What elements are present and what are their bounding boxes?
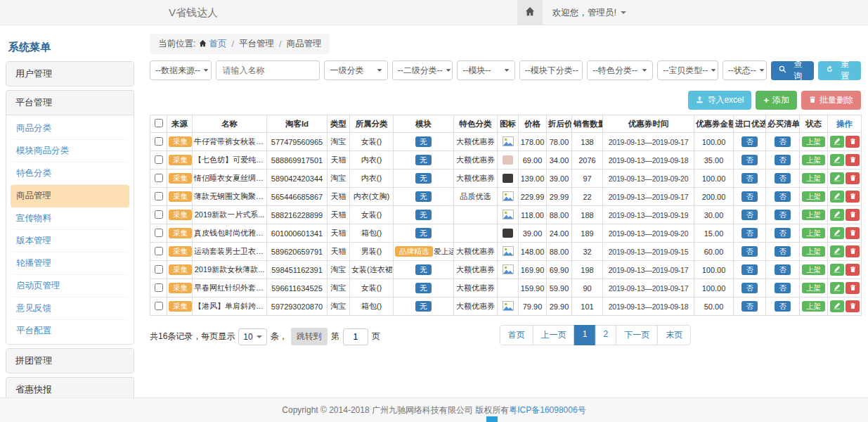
status-badge[interactable]: 上架 — [802, 155, 825, 166]
status-badge[interactable]: 上架 — [802, 210, 825, 221]
delete-button[interactable] — [846, 154, 860, 166]
must-buy-badge[interactable]: 否 — [775, 264, 791, 276]
must-buy-badge[interactable]: 否 — [775, 155, 791, 166]
filter-select-data-source[interactable]: --数据来源-- — [150, 60, 212, 80]
row-checkbox[interactable] — [155, 137, 163, 146]
per-page-select[interactable]: 10 — [238, 328, 266, 345]
sidebar-subitem-platform-management-3[interactable]: 商品管理 — [11, 185, 129, 207]
filter-select-module-subcategory[interactable]: --模块下分类-- — [519, 60, 583, 80]
must-buy-badge[interactable]: 否 — [775, 246, 791, 257]
row-checkbox[interactable] — [155, 283, 163, 292]
sidebar-item-user-management[interactable]: 用户管理 — [6, 62, 134, 86]
sidebar-subitem-platform-management-7[interactable]: 启动页管理 — [11, 275, 129, 298]
name-filter-input[interactable] — [216, 60, 320, 80]
row-checkbox[interactable] — [155, 192, 163, 200]
must-buy-badge[interactable]: 否 — [775, 191, 791, 203]
delete-button[interactable] — [846, 300, 860, 312]
must-buy-badge[interactable]: 否 — [775, 173, 791, 184]
pager-next-page[interactable]: 下一页 — [616, 325, 658, 345]
sidebar-subitem-platform-management-0[interactable]: 商品分类 — [11, 117, 129, 140]
sidebar-item-group-buy-management[interactable]: 拼团管理 — [6, 349, 134, 373]
select-all-checkbox[interactable] — [155, 119, 163, 127]
back-to-top-button[interactable] — [486, 416, 498, 422]
delete-button[interactable] — [846, 136, 860, 148]
pager-page-1[interactable]: 1 — [574, 325, 596, 345]
status-badge[interactable]: 上架 — [802, 173, 825, 184]
import-choice-badge[interactable]: 否 — [741, 191, 758, 203]
sidebar-item-platform-management[interactable]: 平台管理 — [6, 91, 134, 115]
delete-button[interactable] — [846, 245, 860, 257]
import-choice-badge[interactable]: 否 — [741, 264, 758, 276]
pager-prev-page[interactable]: 上一页 — [533, 325, 575, 345]
pager-first-page[interactable]: 首页 — [500, 325, 533, 345]
sidebar-subitem-platform-management-6[interactable]: 轮播管理 — [11, 252, 129, 275]
delete-button[interactable] — [846, 264, 860, 276]
sidebar-subitem-platform-management-4[interactable]: 宣传物料 — [11, 207, 129, 230]
edit-button[interactable] — [830, 209, 844, 221]
status-badge[interactable]: 上架 — [802, 136, 825, 148]
add-button[interactable]: + 添加 — [756, 91, 797, 110]
edit-button[interactable] — [830, 300, 844, 312]
reset-button[interactable]: 重置 — [818, 61, 861, 80]
status-badge[interactable]: 上架 — [802, 283, 825, 294]
edit-button[interactable] — [830, 264, 844, 276]
sidebar-subitem-platform-management-8[interactable]: 意见反馈 — [11, 298, 129, 320]
import-excel-button[interactable]: 导入excel — [688, 91, 751, 110]
edit-button[interactable] — [830, 227, 844, 239]
user-menu[interactable]: 欢迎您，管理员! — [543, 0, 636, 25]
edit-button[interactable] — [830, 136, 844, 148]
sidebar-subitem-platform-management-1[interactable]: 模块商品分类 — [11, 140, 129, 162]
row-checkbox[interactable] — [155, 229, 163, 237]
filter-select-first-category[interactable]: 一级分类 — [324, 60, 387, 80]
must-buy-badge[interactable]: 否 — [775, 283, 791, 294]
edit-button[interactable] — [830, 172, 844, 184]
row-checkbox[interactable] — [155, 302, 163, 310]
page-number-input[interactable] — [343, 328, 368, 345]
must-buy-badge[interactable]: 否 — [775, 136, 791, 148]
import-choice-badge[interactable]: 否 — [741, 283, 758, 294]
import-choice-badge[interactable]: 否 — [741, 210, 758, 221]
import-choice-badge[interactable]: 否 — [741, 301, 758, 312]
sidebar-subitem-platform-management-9[interactable]: 平台配置 — [11, 320, 129, 342]
delete-button[interactable] — [846, 227, 860, 239]
delete-button[interactable] — [846, 209, 860, 221]
home-button[interactable] — [517, 0, 543, 25]
row-checkbox[interactable] — [155, 210, 163, 219]
import-choice-badge[interactable]: 否 — [741, 246, 758, 257]
edit-button[interactable] — [830, 154, 844, 166]
status-badge[interactable]: 上架 — [802, 301, 825, 312]
breadcrumb-home-link[interactable]: 首页 — [199, 38, 226, 50]
filter-select-module[interactable]: --模块-- — [457, 60, 515, 80]
edit-button[interactable] — [830, 191, 844, 203]
import-choice-badge[interactable]: 否 — [741, 228, 758, 239]
import-choice-badge[interactable]: 否 — [741, 155, 758, 166]
import-choice-badge[interactable]: 否 — [741, 136, 758, 148]
batch-delete-button[interactable]: 批量删除 — [801, 91, 861, 110]
edit-button[interactable] — [830, 282, 844, 294]
must-buy-badge[interactable]: 否 — [775, 301, 791, 312]
jump-to-page-button[interactable]: 跳转到 — [291, 328, 328, 345]
row-checkbox[interactable] — [155, 155, 163, 164]
pager-page-2[interactable]: 2 — [595, 325, 617, 345]
filter-select-status[interactable]: --状态-- — [723, 60, 767, 80]
sidebar-subitem-platform-management-5[interactable]: 版本管理 — [11, 230, 129, 252]
delete-button[interactable] — [846, 172, 860, 184]
status-badge[interactable]: 上架 — [802, 228, 825, 239]
row-checkbox[interactable] — [155, 247, 163, 255]
search-button[interactable]: 查询 — [771, 61, 814, 80]
sidebar-subitem-platform-management-2[interactable]: 特色分类 — [11, 162, 129, 185]
delete-button[interactable] — [846, 282, 860, 294]
filter-select-item-type[interactable]: --宝贝类型-- — [657, 60, 718, 80]
pager-last-page[interactable]: 末页 — [657, 325, 691, 345]
status-badge[interactable]: 上架 — [802, 264, 825, 276]
filter-select-second-category[interactable]: --二级分类-- — [392, 60, 453, 80]
must-buy-badge[interactable]: 否 — [775, 228, 791, 239]
must-buy-badge[interactable]: 否 — [775, 210, 791, 221]
status-badge[interactable]: 上架 — [802, 191, 825, 203]
import-choice-badge[interactable]: 否 — [741, 173, 758, 184]
delete-button[interactable] — [846, 191, 860, 203]
filter-select-feature-category[interactable]: --特色分类-- — [587, 60, 653, 80]
row-checkbox[interactable] — [155, 174, 163, 182]
edit-button[interactable] — [830, 245, 844, 257]
status-badge[interactable]: 上架 — [802, 246, 825, 257]
